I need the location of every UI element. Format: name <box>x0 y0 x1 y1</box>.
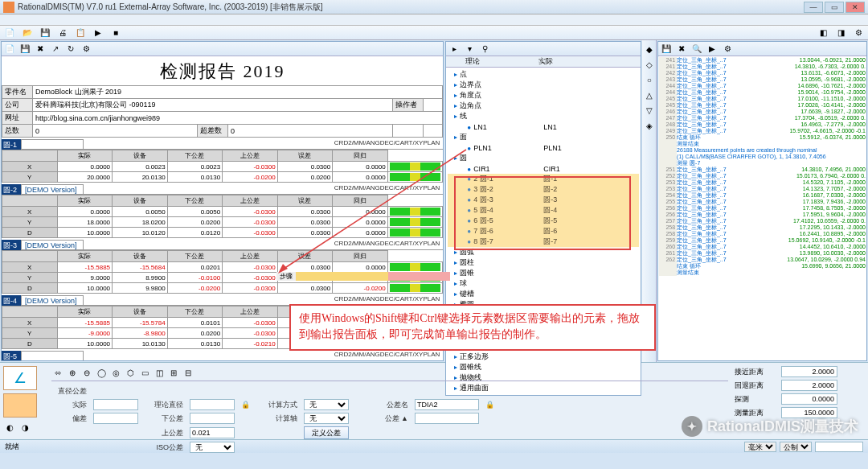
tree-row[interactable]: ▸圆锥线 <box>448 362 639 372</box>
bt-9-icon[interactable]: ⊞ <box>167 366 180 379</box>
tool-settings-icon[interactable]: ⚙ <box>852 27 865 39</box>
dev-input[interactable] <box>93 413 138 424</box>
log-find-icon[interactable]: 🔍 <box>690 43 703 56</box>
approach-input[interactable] <box>781 366 837 377</box>
rpt-new-icon[interactable]: 📄 <box>3 43 16 56</box>
mini-2-icon[interactable]: ◑ <box>18 421 31 434</box>
title-bar: RationalDMIS(TM) V7.0 ru1 External-Array… <box>0 0 868 14</box>
log-line: 249定位_三角_坐标_..715.9702, -4.6615, -2.0000… <box>659 128 866 134</box>
actual-input[interactable] <box>93 399 138 410</box>
bt-2-icon[interactable]: ⊕ <box>66 366 79 379</box>
tree-row[interactable]: ▸正多边形 <box>448 352 639 362</box>
lotol-input[interactable] <box>190 413 235 424</box>
bt-8-icon[interactable]: ◫ <box>153 366 166 379</box>
retract-input[interactable] <box>781 380 837 391</box>
tree-header: 理论 实际 <box>446 56 641 68</box>
vtool-1-icon[interactable]: ◆ <box>643 43 656 56</box>
minimize-button[interactable]: — <box>804 2 823 13</box>
probe-input[interactable] <box>781 393 837 405</box>
group-id: 圆-5 <box>2 351 21 360</box>
tool-view2-icon[interactable]: ◨ <box>834 27 847 39</box>
log-line: 26188 Measurement points are created thr… <box>659 147 866 154</box>
bt-5-icon[interactable]: ◎ <box>109 366 122 379</box>
log-line: 243定位_三角_坐标_..713.0595, -9.9681, -2.0000 <box>659 76 866 83</box>
close-button[interactable]: ✕ <box>845 2 865 13</box>
unit-select[interactable]: 毫米 <box>744 442 776 452</box>
tool-stop-icon[interactable]: ■ <box>109 27 122 39</box>
bt-10-icon[interactable]: ⊟ <box>182 366 194 379</box>
tool-open-icon[interactable]: 📂 <box>21 27 34 39</box>
rpt-cfg-icon[interactable]: ⚙ <box>80 43 92 56</box>
system-select[interactable]: 公制 <box>780 442 812 452</box>
angle-tool-icon[interactable]: ∠ <box>3 366 37 390</box>
nom-diam-input[interactable] <box>190 399 235 410</box>
bt-6-icon[interactable]: ⬡ <box>124 366 137 379</box>
calc-method-select[interactable]: 无 <box>304 399 349 410</box>
uptol-input[interactable] <box>190 427 235 438</box>
mini-tools: ◐ ◑ <box>3 421 45 434</box>
log-clear-icon[interactable]: ✖ <box>675 43 688 56</box>
tool-save-icon[interactable]: 💾 <box>39 27 51 39</box>
probe-tool-icon[interactable] <box>3 393 37 418</box>
tree-filter-icon[interactable]: ⚲ <box>478 43 491 56</box>
tree-row[interactable]: ▸边界点 <box>448 80 639 90</box>
bt-7-icon[interactable]: ▭ <box>138 366 151 379</box>
tool-view1-icon[interactable]: ◧ <box>817 27 829 39</box>
nom-diam-label: 理论直径 <box>145 400 183 410</box>
group-id: 圆-4 <box>2 295 21 306</box>
lock2-icon[interactable]: 🔒 <box>485 401 497 409</box>
rpt-export-icon[interactable]: ↗ <box>49 43 62 56</box>
log-line: 256定位_三角_坐标_..717.7458, 8.7505, -2.0000 <box>659 205 866 212</box>
tree-row[interactable]: ▸线 <box>448 111 639 121</box>
bt-4-icon[interactable]: ◯ <box>95 366 108 379</box>
log-line: 252定位_三角_坐标_..715.0173, 6.7940, -2.0000 … <box>659 173 866 179</box>
report-header-table: 零件名DemoBlock 山涧果子 2019 公司爱科腾瑞科技(北京)有限公司 … <box>2 85 443 138</box>
status-text: 就绪 <box>5 442 19 452</box>
dmis-log[interactable]: 241定位_三角_坐标_..713.0044, -6.0921, 21.0000… <box>658 56 866 360</box>
tol-tri-input[interactable] <box>415 413 479 424</box>
define-tol-button[interactable]: 定义公差 <box>304 426 349 439</box>
rpt-save-icon[interactable]: 💾 <box>18 43 31 56</box>
rpt-refresh-icon[interactable]: ↻ <box>64 43 77 56</box>
vtool-3-icon[interactable]: ○ <box>643 73 656 86</box>
vtool-2-icon[interactable]: ◇ <box>643 58 656 71</box>
log-cfg-icon[interactable]: ⚙ <box>721 43 734 56</box>
tree-node-icon: ▸ <box>454 374 457 381</box>
iso-tol-select[interactable]: 无 <box>190 442 235 453</box>
group-version: [DEMO Version] <box>21 295 84 306</box>
tree-row[interactable]: ▸抛物线 <box>448 372 639 383</box>
vtool-6-icon[interactable]: ◈ <box>643 119 656 132</box>
tree-row[interactable]: ▸通用曲面 <box>448 383 639 393</box>
actual-label: 实际 <box>51 400 87 410</box>
tool-copy-icon[interactable]: 📋 <box>74 27 87 39</box>
calc-axis-select[interactable]: 无 <box>304 413 349 424</box>
group-id: 圆-2 <box>2 184 21 195</box>
vtool-4-icon[interactable]: △ <box>643 88 656 101</box>
rpt-del-icon[interactable]: ✖ <box>34 43 47 56</box>
iso-tol-label: ISO公差 <box>145 442 183 453</box>
tree-collapse-icon[interactable]: ▾ <box>463 43 476 56</box>
tree-node-icon: ▸ <box>454 385 457 392</box>
tool-run-icon[interactable]: ▶ <box>92 27 104 39</box>
tool-new-icon[interactable]: 📄 <box>3 27 16 39</box>
log-line: 245定位_三角_坐标_..717.0100, -11.1510, -2.000… <box>659 96 866 102</box>
tree-row[interactable]: ▸点 <box>448 69 639 80</box>
tol-name-input[interactable] <box>415 399 479 410</box>
tree-row[interactable]: ●LN1LN1 <box>448 121 639 132</box>
bt-1-icon[interactable]: ⬄ <box>51 366 64 379</box>
mini-1-icon[interactable]: ◐ <box>3 421 16 434</box>
bt-3-icon[interactable]: ⊖ <box>80 366 93 379</box>
log-line: 241定位_三角_坐标_..713.0044, -6.0921, 21.0000 <box>659 57 866 64</box>
calc-axis-label: 计算轴 <box>259 413 297 424</box>
tree-expand-icon[interactable]: ▸ <box>448 43 461 56</box>
log-run-icon[interactable]: ▶ <box>706 43 719 56</box>
tool-print-icon[interactable]: 🖨 <box>56 27 69 39</box>
lock1-icon[interactable]: 🔒 <box>241 401 252 409</box>
group-version: [DEMO Version] <box>21 240 84 250</box>
tree-row[interactable]: ▸角度点 <box>448 90 639 101</box>
vtool-5-icon[interactable]: ▽ <box>643 104 656 117</box>
log-save-icon[interactable]: 💾 <box>660 43 673 56</box>
maximize-button[interactable]: ▭ <box>825 2 844 13</box>
log-line: 260定位_三角_坐标_..714.4452, 10.6410, -2.0000 <box>659 244 866 250</box>
tree-row[interactable]: ▸边角点 <box>448 101 639 111</box>
